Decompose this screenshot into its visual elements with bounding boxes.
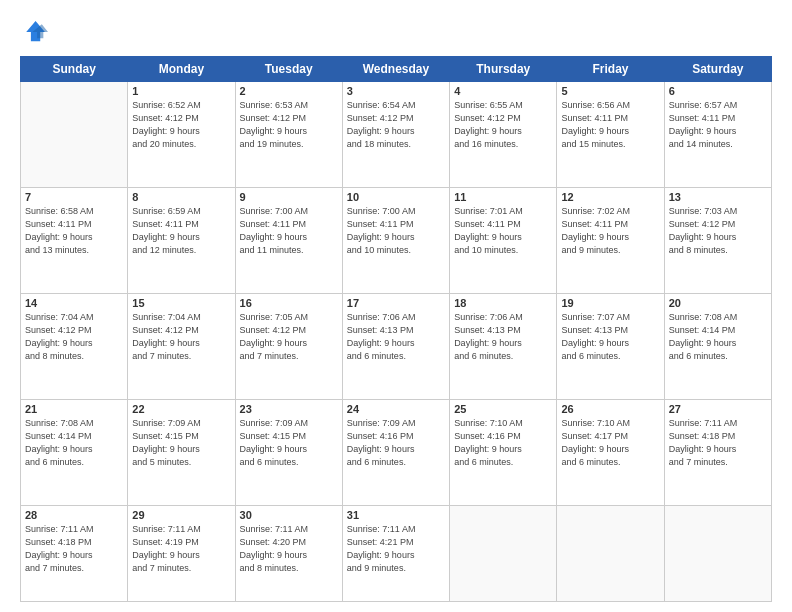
calendar-cell bbox=[21, 82, 128, 188]
column-header-saturday: Saturday bbox=[664, 57, 771, 82]
day-number: 11 bbox=[454, 191, 552, 203]
calendar-cell: 15Sunrise: 7:04 AM Sunset: 4:12 PM Dayli… bbox=[128, 293, 235, 399]
day-info: Sunrise: 7:06 AM Sunset: 4:13 PM Dayligh… bbox=[454, 311, 552, 363]
page: SundayMondayTuesdayWednesdayThursdayFrid… bbox=[0, 0, 792, 612]
calendar-cell: 13Sunrise: 7:03 AM Sunset: 4:12 PM Dayli… bbox=[664, 187, 771, 293]
calendar-cell: 28Sunrise: 7:11 AM Sunset: 4:18 PM Dayli… bbox=[21, 505, 128, 601]
calendar-week-3: 14Sunrise: 7:04 AM Sunset: 4:12 PM Dayli… bbox=[21, 293, 772, 399]
day-number: 21 bbox=[25, 403, 123, 415]
calendar-table: SundayMondayTuesdayWednesdayThursdayFrid… bbox=[20, 56, 772, 602]
column-header-thursday: Thursday bbox=[450, 57, 557, 82]
day-info: Sunrise: 7:01 AM Sunset: 4:11 PM Dayligh… bbox=[454, 205, 552, 257]
day-info: Sunrise: 6:57 AM Sunset: 4:11 PM Dayligh… bbox=[669, 99, 767, 151]
day-number: 13 bbox=[669, 191, 767, 203]
day-number: 26 bbox=[561, 403, 659, 415]
day-info: Sunrise: 7:08 AM Sunset: 4:14 PM Dayligh… bbox=[25, 417, 123, 469]
calendar-cell: 8Sunrise: 6:59 AM Sunset: 4:11 PM Daylig… bbox=[128, 187, 235, 293]
day-number: 23 bbox=[240, 403, 338, 415]
day-info: Sunrise: 7:00 AM Sunset: 4:11 PM Dayligh… bbox=[347, 205, 445, 257]
calendar-cell: 19Sunrise: 7:07 AM Sunset: 4:13 PM Dayli… bbox=[557, 293, 664, 399]
calendar-cell: 9Sunrise: 7:00 AM Sunset: 4:11 PM Daylig… bbox=[235, 187, 342, 293]
day-number: 3 bbox=[347, 85, 445, 97]
calendar-cell: 5Sunrise: 6:56 AM Sunset: 4:11 PM Daylig… bbox=[557, 82, 664, 188]
day-info: Sunrise: 6:56 AM Sunset: 4:11 PM Dayligh… bbox=[561, 99, 659, 151]
day-info: Sunrise: 6:52 AM Sunset: 4:12 PM Dayligh… bbox=[132, 99, 230, 151]
day-info: Sunrise: 7:04 AM Sunset: 4:12 PM Dayligh… bbox=[132, 311, 230, 363]
calendar-cell: 18Sunrise: 7:06 AM Sunset: 4:13 PM Dayli… bbox=[450, 293, 557, 399]
day-info: Sunrise: 7:02 AM Sunset: 4:11 PM Dayligh… bbox=[561, 205, 659, 257]
day-info: Sunrise: 6:54 AM Sunset: 4:12 PM Dayligh… bbox=[347, 99, 445, 151]
day-info: Sunrise: 7:11 AM Sunset: 4:18 PM Dayligh… bbox=[669, 417, 767, 469]
day-info: Sunrise: 7:05 AM Sunset: 4:12 PM Dayligh… bbox=[240, 311, 338, 363]
calendar-cell: 27Sunrise: 7:11 AM Sunset: 4:18 PM Dayli… bbox=[664, 399, 771, 505]
calendar-cell: 20Sunrise: 7:08 AM Sunset: 4:14 PM Dayli… bbox=[664, 293, 771, 399]
day-number: 31 bbox=[347, 509, 445, 521]
calendar-cell: 1Sunrise: 6:52 AM Sunset: 4:12 PM Daylig… bbox=[128, 82, 235, 188]
day-info: Sunrise: 7:00 AM Sunset: 4:11 PM Dayligh… bbox=[240, 205, 338, 257]
day-info: Sunrise: 6:59 AM Sunset: 4:11 PM Dayligh… bbox=[132, 205, 230, 257]
day-info: Sunrise: 7:03 AM Sunset: 4:12 PM Dayligh… bbox=[669, 205, 767, 257]
day-number: 9 bbox=[240, 191, 338, 203]
day-number: 8 bbox=[132, 191, 230, 203]
calendar-cell: 22Sunrise: 7:09 AM Sunset: 4:15 PM Dayli… bbox=[128, 399, 235, 505]
day-number: 2 bbox=[240, 85, 338, 97]
calendar-cell: 21Sunrise: 7:08 AM Sunset: 4:14 PM Dayli… bbox=[21, 399, 128, 505]
calendar-cell: 14Sunrise: 7:04 AM Sunset: 4:12 PM Dayli… bbox=[21, 293, 128, 399]
calendar-cell: 10Sunrise: 7:00 AM Sunset: 4:11 PM Dayli… bbox=[342, 187, 449, 293]
day-number: 30 bbox=[240, 509, 338, 521]
day-info: Sunrise: 7:10 AM Sunset: 4:16 PM Dayligh… bbox=[454, 417, 552, 469]
calendar-cell: 26Sunrise: 7:10 AM Sunset: 4:17 PM Dayli… bbox=[557, 399, 664, 505]
day-number: 1 bbox=[132, 85, 230, 97]
column-header-tuesday: Tuesday bbox=[235, 57, 342, 82]
calendar-cell: 3Sunrise: 6:54 AM Sunset: 4:12 PM Daylig… bbox=[342, 82, 449, 188]
calendar-cell: 24Sunrise: 7:09 AM Sunset: 4:16 PM Dayli… bbox=[342, 399, 449, 505]
day-info: Sunrise: 7:09 AM Sunset: 4:15 PM Dayligh… bbox=[132, 417, 230, 469]
day-info: Sunrise: 7:09 AM Sunset: 4:16 PM Dayligh… bbox=[347, 417, 445, 469]
day-number: 24 bbox=[347, 403, 445, 415]
day-info: Sunrise: 7:11 AM Sunset: 4:18 PM Dayligh… bbox=[25, 523, 123, 575]
day-number: 16 bbox=[240, 297, 338, 309]
day-number: 20 bbox=[669, 297, 767, 309]
day-info: Sunrise: 7:07 AM Sunset: 4:13 PM Dayligh… bbox=[561, 311, 659, 363]
column-header-friday: Friday bbox=[557, 57, 664, 82]
day-number: 28 bbox=[25, 509, 123, 521]
calendar-cell: 11Sunrise: 7:01 AM Sunset: 4:11 PM Dayli… bbox=[450, 187, 557, 293]
day-info: Sunrise: 7:11 AM Sunset: 4:21 PM Dayligh… bbox=[347, 523, 445, 575]
calendar-cell: 4Sunrise: 6:55 AM Sunset: 4:12 PM Daylig… bbox=[450, 82, 557, 188]
calendar-header-row: SundayMondayTuesdayWednesdayThursdayFrid… bbox=[21, 57, 772, 82]
calendar-week-5: 28Sunrise: 7:11 AM Sunset: 4:18 PM Dayli… bbox=[21, 505, 772, 601]
day-info: Sunrise: 6:58 AM Sunset: 4:11 PM Dayligh… bbox=[25, 205, 123, 257]
logo bbox=[20, 18, 48, 46]
calendar-cell bbox=[450, 505, 557, 601]
logo-icon bbox=[20, 18, 48, 46]
day-number: 17 bbox=[347, 297, 445, 309]
calendar-cell: 17Sunrise: 7:06 AM Sunset: 4:13 PM Dayli… bbox=[342, 293, 449, 399]
day-number: 18 bbox=[454, 297, 552, 309]
calendar-cell: 7Sunrise: 6:58 AM Sunset: 4:11 PM Daylig… bbox=[21, 187, 128, 293]
header bbox=[20, 18, 772, 46]
day-number: 12 bbox=[561, 191, 659, 203]
calendar-week-4: 21Sunrise: 7:08 AM Sunset: 4:14 PM Dayli… bbox=[21, 399, 772, 505]
calendar-cell: 23Sunrise: 7:09 AM Sunset: 4:15 PM Dayli… bbox=[235, 399, 342, 505]
day-number: 7 bbox=[25, 191, 123, 203]
day-number: 6 bbox=[669, 85, 767, 97]
day-info: Sunrise: 7:09 AM Sunset: 4:15 PM Dayligh… bbox=[240, 417, 338, 469]
day-number: 25 bbox=[454, 403, 552, 415]
calendar-cell: 30Sunrise: 7:11 AM Sunset: 4:20 PM Dayli… bbox=[235, 505, 342, 601]
day-info: Sunrise: 7:06 AM Sunset: 4:13 PM Dayligh… bbox=[347, 311, 445, 363]
day-number: 4 bbox=[454, 85, 552, 97]
day-info: Sunrise: 7:04 AM Sunset: 4:12 PM Dayligh… bbox=[25, 311, 123, 363]
day-number: 10 bbox=[347, 191, 445, 203]
calendar-cell: 29Sunrise: 7:11 AM Sunset: 4:19 PM Dayli… bbox=[128, 505, 235, 601]
calendar-cell bbox=[664, 505, 771, 601]
day-info: Sunrise: 7:08 AM Sunset: 4:14 PM Dayligh… bbox=[669, 311, 767, 363]
column-header-wednesday: Wednesday bbox=[342, 57, 449, 82]
day-info: Sunrise: 6:53 AM Sunset: 4:12 PM Dayligh… bbox=[240, 99, 338, 151]
day-info: Sunrise: 7:10 AM Sunset: 4:17 PM Dayligh… bbox=[561, 417, 659, 469]
column-header-monday: Monday bbox=[128, 57, 235, 82]
calendar-cell: 31Sunrise: 7:11 AM Sunset: 4:21 PM Dayli… bbox=[342, 505, 449, 601]
day-info: Sunrise: 7:11 AM Sunset: 4:19 PM Dayligh… bbox=[132, 523, 230, 575]
calendar-cell: 6Sunrise: 6:57 AM Sunset: 4:11 PM Daylig… bbox=[664, 82, 771, 188]
calendar-cell: 12Sunrise: 7:02 AM Sunset: 4:11 PM Dayli… bbox=[557, 187, 664, 293]
day-number: 29 bbox=[132, 509, 230, 521]
